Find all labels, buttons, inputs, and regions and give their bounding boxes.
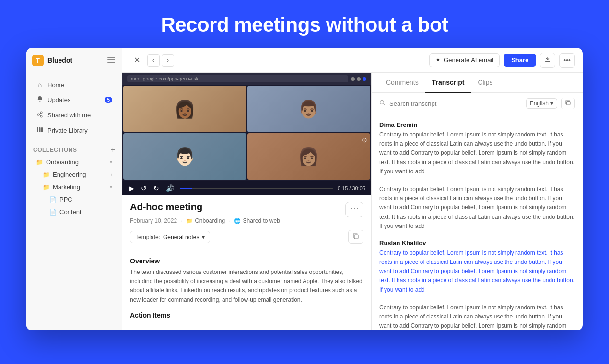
nav-forward-button[interactable]: › [162,54,174,67]
collection-item-onboarding[interactable]: 📁 Onboarding ▾ [29,156,119,168]
transcript-block-2: Ruslan Khalilov Contrary to popular beli… [379,239,575,295]
brand-name: Bluedot [47,57,72,64]
collection-item-engineering[interactable]: 📁 Engineering › [29,169,119,181]
home-icon: ⌂ [36,81,44,89]
video-controls: ▶ ↺ ↻ 🔊 0:15 / 30:05 [122,181,371,195]
speaker-name: Dima Eremin [379,121,575,128]
updates-badge: 5 [105,97,112,103]
tab-comments[interactable]: Comments [379,73,425,93]
sidebar-collapse-button[interactable] [106,55,116,66]
participant-3: 👨🏻 [123,133,246,180]
collection-label: Content [59,208,82,216]
svg-rect-5 [41,127,43,132]
browser-dot [357,77,361,81]
svg-point-11 [380,101,384,104]
collection-label: Onboarding [46,159,79,166]
rewind-button[interactable]: ↺ [140,183,148,193]
action-items-section: Action Items [122,311,371,319]
svg-rect-7 [351,208,352,209]
folder-icon: 📁 [43,184,50,191]
browser-dot [351,77,355,81]
brand-avatar: T [32,55,44,66]
template-label: Template: [135,234,160,240]
svg-rect-1 [107,59,115,60]
sidebar: T Bluedot ⌂ Home Updates 5 [26,48,122,330]
overview-section: Overview The team discussed various cust… [122,257,371,311]
collections-list: 📁 Onboarding ▾ 📁 Engineering › 📁 Marketi… [26,156,122,218]
copy-transcript-button[interactable] [561,98,575,109]
meeting-info: Ad-hoc meeting February 10, 2022 · 📁 Onb… [122,195,371,257]
doc-icon: 📄 [49,196,57,203]
more-options-button[interactable]: ••• [559,53,575,68]
video-grid: 👩🏾 👨🏽 👨🏻 👩🏽 ⊙ [122,85,371,181]
generate-ai-label: Generate AI email [444,57,493,64]
browser-controls [351,77,366,81]
ai-icon: ✦ [435,57,441,64]
transcript-block-0: Dima Eremin Contrary to popular belief, … [379,121,575,176]
search-input[interactable] [389,100,522,107]
volume-button[interactable]: 🔊 [165,183,175,193]
language-label: English [530,100,549,107]
collection-item-content[interactable]: 📄 Content [29,206,119,218]
meeting-actions-button[interactable] [345,202,363,217]
svg-rect-8 [354,208,355,209]
share-button[interactable]: Share [504,54,536,67]
chevron-down-icon: ▾ [110,184,112,190]
meeting-title: Ad-hoc meeting [130,202,202,213]
main-content: ✕ ‹ › ✦ Generate AI email Share ••• [122,48,583,330]
copy-button[interactable] [348,230,363,244]
hero-banner: Record meetings without a bot [0,0,609,48]
sidebar-item-private-library[interactable]: Private Library [29,123,119,138]
transcript-panel: Comments Transcript Clips English ▾ [372,73,583,330]
collection-item-ppc[interactable]: 📄 PPC [29,193,119,205]
progress-fill [180,188,192,189]
browser-url: meet.google.com/ppp-qenu-usk [127,75,348,82]
top-bar-right: ✦ Generate AI email Share ••• [429,53,575,68]
overview-text: The team discussed various customer inte… [130,268,363,305]
collection-item-marketing[interactable]: 📁 Marketing ▾ [29,181,119,193]
sidebar-item-home[interactable]: ⌂ Home [29,78,119,92]
download-button[interactable] [540,53,555,68]
transcript-search: English ▾ [372,93,583,114]
tab-clips[interactable]: Clips [471,73,499,93]
forward-button[interactable]: ↻ [152,183,160,193]
folder-icon: 📁 [43,171,50,178]
participant-2: 👨🏽 [247,86,371,132]
close-button[interactable]: ✕ [130,54,143,67]
collection-label: PPC [59,196,72,203]
content-area: meet.google.com/ppp-qenu-usk 👩🏾 👨🏽 [122,73,583,330]
sidebar-item-updates[interactable]: Updates 5 [29,92,119,107]
transcript-block-3: Contrary to popular belief, Lorem Ipsum … [379,303,575,330]
participant-avatar: 👩🏾 [123,86,246,132]
sidebar-item-label: Home [47,81,64,89]
svg-rect-3 [37,127,38,132]
hero-title: Record meetings without a bot [0,13,609,36]
sidebar-item-shared[interactable]: Shared with me [29,108,119,123]
share-icon [36,111,44,119]
meeting-meta: February 10, 2022 · 📁 Onboarding · 🌐 Sha… [130,217,363,224]
template-value: General notes [163,234,199,240]
meeting-shared: 🌐 Shared to web [234,217,280,224]
progress-bar[interactable] [180,188,333,189]
nav-back-button[interactable]: ‹ [147,54,160,67]
meta-separator: · [181,217,182,224]
play-button[interactable]: ▶ [128,183,135,193]
overview-title: Overview [130,257,363,265]
language-select[interactable]: English ▾ [526,98,557,109]
transcript-tabs: Comments Transcript Clips [372,73,583,93]
generate-ai-button[interactable]: ✦ Generate AI email [429,53,500,67]
speaker-name: Ruslan Khalilov [379,239,575,247]
chevron-down-icon: ▾ [550,100,553,107]
sidebar-item-label: Private Library [47,127,88,134]
transcript-text: Contrary to popular belief, Lorem Ipsum … [379,130,575,176]
tab-transcript[interactable]: Transcript [425,73,471,93]
template-select[interactable]: Template: General notes ▾ [130,231,210,243]
folder-icon: 📁 [186,218,193,224]
sidebar-nav: ⌂ Home Updates 5 Shared with me [26,73,122,142]
action-items-title: Action Items [130,311,363,319]
browser-bar: meet.google.com/ppp-qenu-usk [122,73,371,85]
sidebar-item-label: Updates [47,96,70,103]
chevron-right-icon: › [111,172,112,177]
add-collection-button[interactable]: + [111,146,115,154]
notes-panel: meet.google.com/ppp-qenu-usk 👩🏾 👨🏽 [122,73,372,330]
